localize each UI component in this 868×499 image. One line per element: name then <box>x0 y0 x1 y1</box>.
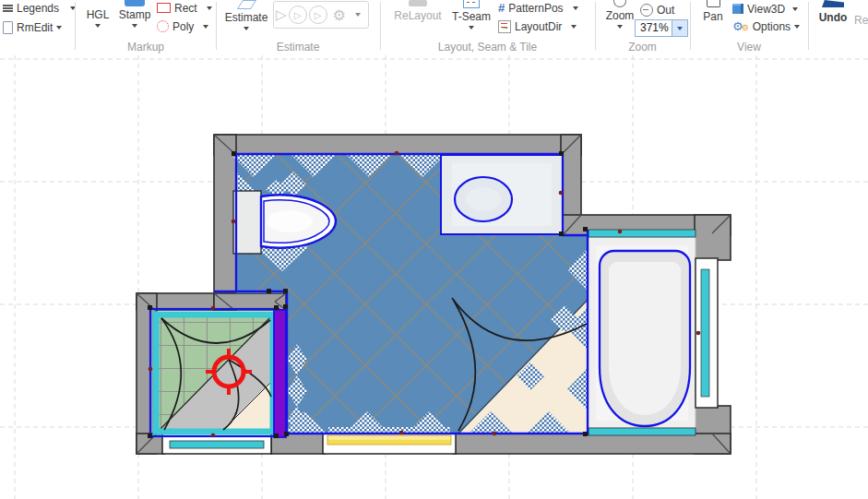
estimate-button[interactable]: Estimate <box>221 0 271 30</box>
stamp-label: Stamp <box>119 8 151 21</box>
poly-dropdown-arrow[interactable] <box>203 25 208 29</box>
undo-button[interactable]: Undo <box>815 0 850 24</box>
estimate-flag-icon <box>236 0 256 9</box>
layout-direction-icon <box>498 20 511 33</box>
relayout-button: ReLayout <box>391 0 445 22</box>
poly-label: Poly <box>172 20 194 33</box>
view3d-dropdown-arrow[interactable] <box>792 7 798 11</box>
legends-list-icon <box>3 5 13 6</box>
view-group-label: View <box>692 41 806 53</box>
zoom-level-value: 371% <box>636 20 672 36</box>
poly-markup-button[interactable]: Poly <box>157 18 212 34</box>
estimate-dropdown-arrow[interactable] <box>244 27 249 30</box>
rmedit-label: RmEdit <box>17 21 53 34</box>
zoom-in-button[interactable]: Zoom <box>601 0 638 29</box>
options-label: Options <box>753 20 791 33</box>
zoom-button-label: Zoom <box>606 9 635 22</box>
layout-group-label: Layout, Seam & Tile <box>382 41 593 53</box>
options-button[interactable]: Options <box>732 18 800 34</box>
view3d-label: View3D <box>747 3 785 16</box>
group-separator <box>380 2 381 50</box>
toilet-tank <box>233 191 261 254</box>
hgl-label: HGL <box>87 8 110 21</box>
pan-hand-icon <box>707 0 720 7</box>
zoom-out-button[interactable]: Out <box>640 2 674 18</box>
relayout-label: ReLayout <box>394 9 441 22</box>
pan-label: Pan <box>703 10 722 23</box>
yellow-threshold-highlight <box>328 436 450 440</box>
options-dropdown-arrow[interactable] <box>794 25 800 29</box>
t-seam-icon <box>463 0 480 8</box>
patternpos-button[interactable]: PatternPos <box>498 0 578 16</box>
teal-edge-strip-bottom <box>589 428 696 435</box>
app-window: Legends RmEdit HGL Stamp Rect <box>0 0 868 499</box>
estimate-run-dropdown-arrow[interactable] <box>355 13 361 17</box>
tseam-dropdown-arrow[interactable] <box>469 26 474 30</box>
group-separator <box>216 2 217 50</box>
zoom-out-label: Out <box>657 4 674 17</box>
drawing-canvas[interactable] <box>0 55 868 499</box>
stamp-button[interactable]: Stamp <box>114 0 155 28</box>
estimate-label: Estimate <box>225 11 268 24</box>
layoutdir-label: LayoutDir <box>515 20 562 33</box>
floor-plan-svg[interactable] <box>0 55 868 499</box>
pattern-position-grid-icon <box>498 1 505 15</box>
legends-label: Legends <box>17 2 59 15</box>
options-gear-small-icon <box>742 20 749 33</box>
teal-threshold-strip <box>170 441 264 448</box>
transition-strip-purple[interactable] <box>274 310 286 437</box>
group-separator <box>690 2 691 50</box>
stamp-icon <box>125 0 145 6</box>
estimate-group-label: Estimate <box>218 41 378 53</box>
zoom-level-dropdown-button[interactable] <box>672 20 687 36</box>
view3d-button[interactable]: View3D <box>732 1 800 17</box>
redo-button: Re <box>854 14 868 27</box>
ribbon-toolbar: Legends RmEdit HGL Stamp Rect <box>0 0 868 55</box>
cube-3d-icon <box>732 4 743 14</box>
estimate-run-toolbar <box>273 1 369 29</box>
rectangle-icon <box>157 3 171 13</box>
layoutdir-dropdown-arrow[interactable] <box>571 25 577 29</box>
zoom-out-icon <box>640 4 653 17</box>
stamp-dropdown-arrow[interactable] <box>132 24 137 28</box>
zoom-dropdown-arrow[interactable] <box>617 25 623 29</box>
vanity-counter[interactable] <box>441 155 563 234</box>
run-all-icon[interactable] <box>309 6 327 24</box>
undo-arrow-icon <box>822 0 844 7</box>
redo-label: Re <box>854 14 868 27</box>
group-separator <box>75 2 76 50</box>
patternpos-dropdown-arrow[interactable] <box>573 6 578 10</box>
estimate-settings-gear-icon[interactable] <box>333 6 346 24</box>
run-step-icon[interactable] <box>289 6 307 24</box>
legends-button[interactable]: Legends <box>3 0 76 16</box>
hgl-button[interactable]: HGL <box>81 8 114 28</box>
magnifier-icon <box>613 0 626 7</box>
rect-dropdown-arrow[interactable] <box>207 6 212 10</box>
relayout-icon <box>409 0 427 6</box>
run-estimate-icon[interactable] <box>276 6 287 23</box>
tseam-button[interactable]: T-Seam <box>448 0 494 30</box>
polygon-icon <box>157 20 169 32</box>
markup-group-label: Markup <box>77 41 214 53</box>
layoutdir-button[interactable]: LayoutDir <box>498 18 578 34</box>
patternpos-label: PatternPos <box>508 2 563 15</box>
group-separator <box>595 2 596 50</box>
undo-label: Undo <box>819 11 848 24</box>
zoom-group-label: Zoom <box>597 41 688 53</box>
door-opening-main[interactable] <box>323 434 456 454</box>
pan-button[interactable]: Pan <box>697 0 729 23</box>
rmedit-dropdown-arrow[interactable] <box>56 26 62 30</box>
hgl-dropdown-arrow[interactable] <box>95 24 101 28</box>
window-glass-strip <box>701 269 709 397</box>
rect-markup-button[interactable]: Rect <box>157 0 212 16</box>
zoom-level-combobox[interactable]: 371% <box>635 19 688 37</box>
tseam-label: T-Seam <box>452 10 491 23</box>
rmedit-button[interactable]: RmEdit <box>3 19 76 35</box>
rect-label: Rect <box>174 2 197 15</box>
teal-edge-strip-top <box>589 230 696 237</box>
room-edit-page-icon <box>3 21 13 34</box>
chevron-down-icon <box>677 27 683 30</box>
group-separator <box>808 2 809 50</box>
